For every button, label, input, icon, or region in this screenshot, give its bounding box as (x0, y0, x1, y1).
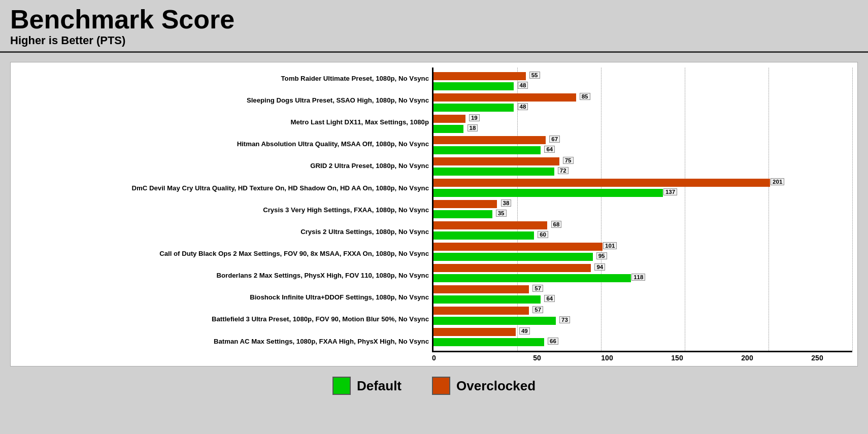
bar-default-2: 18 (433, 124, 852, 133)
labels-column: Tomb Raider Ultimate Preset, 1080p, No V… (16, 68, 432, 352)
benchmark-label-11: Battlefield 3 Ultra Preset, 1080p, FOV 9… (16, 309, 429, 330)
bar-overclocked-1: 85 (433, 93, 852, 102)
x-tick-200: 200 (712, 354, 782, 362)
chart-title: Benchmark Score (10, 5, 858, 34)
benchmark-label-4: GRID 2 Ultra Preset, 1080p, No Vsync (16, 155, 429, 177)
bar-overclocked-0: 55 (433, 72, 852, 81)
bar-default-5: 137 (433, 188, 852, 197)
bar-default-3: 64 (433, 146, 852, 155)
benchmark-label-6: Crysis 3 Very High Settings, FXAA, 1080p… (16, 199, 429, 221)
legend-default-box (332, 377, 351, 395)
x-tick-100: 100 (572, 354, 642, 362)
bar-group-1: 8548 (433, 92, 852, 113)
legend-default: Default (332, 377, 402, 395)
bar-group-9: 94118 (433, 262, 852, 284)
bar-overclocked-9: 94 (433, 263, 852, 273)
benchmark-label-7: Crysis 2 Ultra Settings, 1080p, No Vsync (16, 221, 429, 243)
benchmark-label-10: Bioshock Infinite Ultra+DDOF Settings, 1… (16, 287, 429, 309)
x-tick-150: 150 (642, 354, 712, 362)
bar-overclocked-11: 57 (433, 306, 852, 315)
benchmark-label-5: DmC Devil May Cry Ultra Quality, HD Text… (16, 177, 429, 199)
legend-overclocked-label: Overclocked (456, 378, 536, 394)
bar-group-12: 4966 (433, 326, 852, 348)
bar-group-10: 5764 (433, 284, 852, 305)
bar-default-6: 35 (433, 210, 852, 219)
bar-overclocked-3: 67 (433, 136, 852, 145)
bar-overclocked-10: 57 (433, 285, 852, 294)
x-axis: 050100150200250 (432, 352, 852, 366)
bar-group-11: 5773 (433, 305, 852, 326)
bar-overclocked-4: 75 (433, 157, 852, 166)
bar-default-1: 48 (433, 103, 852, 112)
legend-default-label: Default (357, 378, 402, 394)
bar-default-9: 118 (433, 274, 852, 283)
bar-default-11: 73 (433, 316, 852, 325)
benchmark-label-3: Hitman Absolution Ultra Quality, MSAA Of… (16, 133, 429, 155)
bar-overclocked-7: 68 (433, 221, 852, 230)
grid-line-250 (852, 68, 853, 351)
x-tick-50: 50 (502, 354, 572, 362)
bar-group-4: 7572 (433, 156, 852, 177)
bar-overclocked-5: 201 (433, 178, 852, 187)
bar-default-10: 64 (433, 295, 852, 304)
bar-group-2: 1918 (433, 113, 852, 135)
chart-container: Tomb Raider Ultimate Preset, 1080p, No V… (10, 62, 858, 366)
x-tick-250: 250 (782, 354, 852, 362)
chart-subtitle: Higher is Better (PTS) (10, 34, 858, 47)
bar-default-8: 95 (433, 252, 852, 261)
bar-overclocked-6: 38 (433, 199, 852, 209)
bar-default-7: 60 (433, 231, 852, 240)
x-tick-0: 0 (432, 354, 502, 362)
bar-group-7: 6860 (433, 220, 852, 241)
bars-column: 5548854819186764757220113738356860101959… (432, 68, 852, 352)
bar-group-6: 3835 (433, 198, 852, 220)
bar-overclocked-2: 19 (433, 114, 852, 123)
bar-overclocked-8: 101 (433, 242, 852, 251)
legend: Default Overclocked (0, 377, 868, 395)
bar-default-12: 66 (433, 338, 852, 347)
bar-group-5: 201137 (433, 177, 852, 198)
benchmark-label-8: Call of Duty Black Ops 2 Max Settings, F… (16, 243, 429, 264)
benchmark-label-2: Metro Last Light DX11, Max Settings, 108… (16, 111, 429, 133)
bar-default-0: 48 (433, 82, 852, 91)
bar-default-4: 72 (433, 167, 852, 176)
bar-group-3: 6764 (433, 135, 852, 156)
benchmark-label-1: Sleeping Dogs Ultra Preset, SSAO High, 1… (16, 89, 429, 111)
benchmark-label-9: Borderlans 2 Max Settings, PhysX High, F… (16, 264, 429, 286)
legend-overclocked: Overclocked (432, 377, 536, 395)
benchmark-label-12: Batman AC Max Settings, 1080p, FXAA High… (16, 330, 429, 352)
header: Benchmark Score Higher is Better (PTS) (0, 0, 868, 53)
bar-group-8: 10195 (433, 241, 852, 262)
bar-group-0: 5548 (433, 71, 852, 92)
legend-overclocked-box (432, 377, 450, 395)
bar-overclocked-12: 49 (433, 327, 852, 337)
benchmark-label-0: Tomb Raider Ultimate Preset, 1080p, No V… (16, 68, 429, 89)
